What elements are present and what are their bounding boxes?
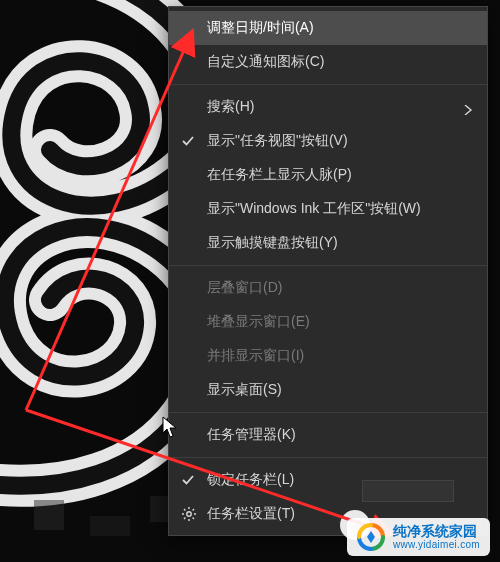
menu-item-show-ink-workspace[interactable]: 显示"Windows Ink 工作区"按钮(W) (169, 192, 487, 226)
menu-item-cascade-windows: 层叠窗口(D) (169, 271, 487, 305)
menu-item-show-touch-keyboard[interactable]: 显示触摸键盘按钮(Y) (169, 226, 487, 260)
watermark-logo: 纯净系统家园 www.yidaimei.com (347, 518, 490, 556)
check-icon (181, 134, 195, 148)
pixel-block (34, 500, 64, 530)
menu-item-task-manager[interactable]: 任务管理器(K) (169, 418, 487, 452)
menu-item-label: 堆叠显示窗口(E) (207, 313, 310, 331)
gear-icon (181, 506, 197, 522)
menu-separator (169, 84, 487, 85)
menu-item-label: 锁定任务栏(L) (207, 471, 294, 489)
menu-item-search[interactable]: 搜索(H) (169, 90, 487, 124)
menu-item-label: 显示"任务视图"按钮(V) (207, 132, 348, 150)
menu-separator (169, 412, 487, 413)
logo-text: 纯净系统家园 www.yidaimei.com (393, 523, 480, 551)
logo-title: 纯净系统家园 (393, 523, 480, 539)
menu-item-label: 搜索(H) (207, 98, 254, 116)
check-icon (181, 473, 195, 487)
taskbar-preview-box (362, 480, 454, 502)
menu-item-customize-notification-icons[interactable]: 自定义通知图标(C) (169, 45, 487, 79)
taskbar-context-menu: 调整日期/时间(A) 自定义通知图标(C) 搜索(H) 显示"任务视图"按钮(V… (168, 6, 488, 536)
menu-item-label: 任务管理器(K) (207, 426, 296, 444)
menu-item-show-desktop[interactable]: 显示桌面(S) (169, 373, 487, 407)
menu-item-label: 显示桌面(S) (207, 381, 282, 399)
menu-item-label: 在任务栏上显示人脉(P) (207, 166, 352, 184)
mouse-cursor-icon (162, 416, 178, 438)
menu-item-label: 任务栏设置(T) (207, 505, 295, 523)
menu-separator (169, 457, 487, 458)
svg-point-0 (187, 512, 191, 516)
submenu-arrow-icon (463, 102, 473, 112)
menu-item-label: 自定义通知图标(C) (207, 53, 324, 71)
menu-item-label: 显示触摸键盘按钮(Y) (207, 234, 338, 252)
logo-icon (357, 523, 385, 551)
menu-item-side-by-side-windows: 并排显示窗口(I) (169, 339, 487, 373)
menu-item-label: 显示"Windows Ink 工作区"按钮(W) (207, 200, 421, 218)
menu-item-label: 调整日期/时间(A) (207, 19, 314, 37)
logo-url: www.yidaimei.com (393, 539, 480, 551)
menu-item-stack-windows: 堆叠显示窗口(E) (169, 305, 487, 339)
menu-separator (169, 265, 487, 266)
menu-item-adjust-date-time[interactable]: 调整日期/时间(A) (169, 11, 487, 45)
menu-item-show-people[interactable]: 在任务栏上显示人脉(P) (169, 158, 487, 192)
menu-item-show-task-view-button[interactable]: 显示"任务视图"按钮(V) (169, 124, 487, 158)
menu-item-label: 并排显示窗口(I) (207, 347, 304, 365)
pixel-block (90, 516, 130, 536)
menu-item-label: 层叠窗口(D) (207, 279, 282, 297)
